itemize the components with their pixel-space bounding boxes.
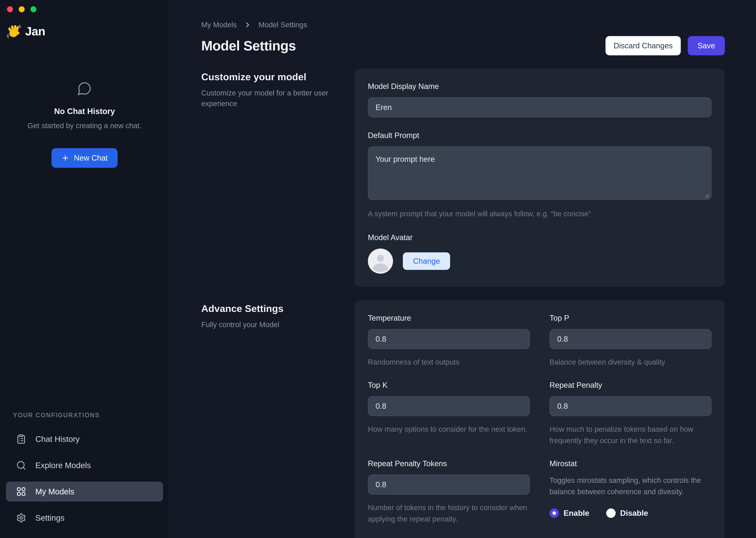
window-controls <box>0 0 169 12</box>
advance-section-description: Fully control your Model <box>201 319 340 330</box>
save-button[interactable]: Save <box>688 36 725 55</box>
default-prompt-help: A system prompt that your model will alw… <box>368 208 712 219</box>
repeat-penalty-tokens-label: Repeat Penalty Tokens <box>368 459 530 468</box>
mirostat-radio-group: Enable Disable <box>549 509 712 518</box>
mirostat-label: Mirostat <box>549 459 712 468</box>
mirostat-disable-label: Disable <box>620 509 648 518</box>
breadcrumb-model-settings: Model Settings <box>259 21 307 29</box>
top-p-label: Top P <box>549 314 712 322</box>
sidebar-item-label: Settings <box>35 513 65 522</box>
top-p-help: Balance between diversity & quality <box>549 356 712 368</box>
resize-handle[interactable] <box>704 193 709 198</box>
temperature-label: Temperature <box>368 314 530 322</box>
model-display-name-label: Model Display Name <box>368 82 712 91</box>
customize-card: Model Display Name Default Prompt Your p… <box>354 69 725 287</box>
repeat-penalty-tokens-input[interactable] <box>368 475 530 495</box>
gear-icon <box>16 513 26 523</box>
breadcrumb-my-models[interactable]: My Models <box>201 21 237 29</box>
repeat-penalty-label: Repeat Penalty <box>549 381 712 390</box>
configurations-nav: YOUR CONFIGURATIONS Chat History Explore… <box>0 411 169 538</box>
customize-section: Customize your model Customize your mode… <box>201 69 725 287</box>
repeat-penalty-help: How much to penalize tokens based on how… <box>549 423 712 446</box>
empty-state-title: No Chat History <box>54 106 115 116</box>
mirostat-enable-option[interactable]: Enable <box>549 509 590 518</box>
configurations-heading: YOUR CONFIGURATIONS <box>13 411 163 419</box>
top-k-label: Top K <box>368 381 530 390</box>
close-window-button[interactable] <box>7 6 13 12</box>
radio-selected-icon[interactable] <box>549 509 559 518</box>
page-title: Model Settings <box>201 38 296 54</box>
plus-icon <box>61 154 69 162</box>
chat-bubble-icon <box>77 81 92 96</box>
chevron-right-icon <box>244 21 252 29</box>
customize-section-description: Customize your model for a better user e… <box>201 88 340 109</box>
minimize-window-button[interactable] <box>19 6 25 12</box>
advance-section: Advance Settings Fully control your Mode… <box>201 300 725 538</box>
grid-icon <box>16 487 26 497</box>
sidebar-item-my-models[interactable]: My Models <box>6 482 163 502</box>
avatar <box>368 248 393 274</box>
sidebar-item-label: My Models <box>35 487 74 496</box>
sidebar-item-chat-history[interactable]: Chat History <box>6 429 163 449</box>
maximize-window-button[interactable] <box>30 6 36 12</box>
waving-hand-icon <box>6 24 21 38</box>
radio-unselected-icon[interactable] <box>606 509 616 518</box>
temperature-help: Randomness of text outputs <box>368 356 530 368</box>
sidebar: Jan No Chat History Get started by creat… <box>0 0 169 538</box>
main-content: My Models Model Settings Model Settings … <box>169 0 756 538</box>
repeat-penalty-input[interactable] <box>549 396 712 416</box>
chat-history-empty-state: No Chat History Get started by creating … <box>0 81 169 168</box>
sidebar-item-settings[interactable]: Settings <box>6 508 163 528</box>
new-chat-label: New Chat <box>74 154 108 162</box>
top-k-input[interactable] <box>368 396 530 416</box>
model-avatar-label: Model Avatar <box>368 233 712 242</box>
advance-section-title: Advance Settings <box>201 303 354 314</box>
customize-section-title: Customize your model <box>201 71 354 82</box>
temperature-input[interactable] <box>368 329 530 349</box>
model-display-name-input[interactable] <box>368 97 712 117</box>
clipboard-icon <box>16 434 26 444</box>
mirostat-enable-label: Enable <box>563 509 590 518</box>
sidebar-item-label: Explore Models <box>35 460 91 470</box>
top-p-input[interactable] <box>549 329 712 349</box>
mirostat-help: Toggles mirostats sampling, which contro… <box>549 475 712 497</box>
change-avatar-button[interactable]: Change <box>403 252 450 270</box>
app-logo: Jan <box>6 24 169 38</box>
app-title: Jan <box>25 24 45 38</box>
new-chat-button[interactable]: New Chat <box>51 148 118 168</box>
breadcrumb: My Models Model Settings <box>201 21 725 29</box>
empty-state-subtitle: Get started by creating a new chat. <box>27 122 141 130</box>
sidebar-item-explore-models[interactable]: Explore Models <box>6 455 163 475</box>
default-prompt-label: Default Prompt <box>368 131 712 140</box>
sidebar-item-label: Chat History <box>35 434 80 444</box>
top-k-help: How many options to consider for the nex… <box>368 423 530 435</box>
discard-changes-button[interactable]: Discard Changes <box>605 36 681 55</box>
repeat-penalty-tokens-help: Number of tokens in the history to consi… <box>368 502 530 525</box>
mirostat-disable-option[interactable]: Disable <box>606 509 648 518</box>
advance-card: Temperature Randomness of text outputs T… <box>354 300 725 538</box>
search-icon <box>16 460 26 470</box>
default-prompt-textarea[interactable]: Your prompt here <box>368 146 712 200</box>
